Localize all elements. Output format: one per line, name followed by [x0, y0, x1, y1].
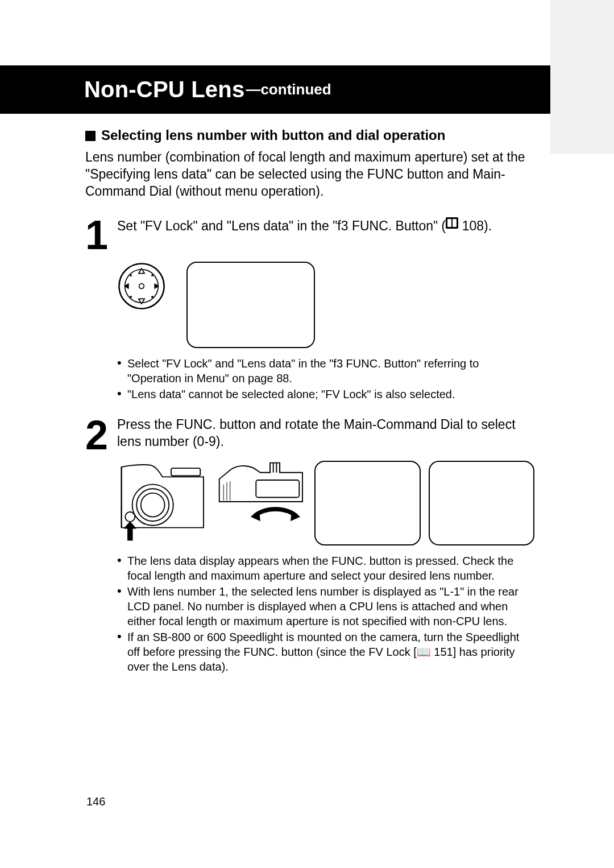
- step-1-figures: [117, 262, 534, 348]
- step-1-text-ref: 108).: [458, 218, 492, 233]
- step-2-note-3: If an SB-800 or 600 Speedlight is mounte…: [117, 630, 534, 674]
- svg-rect-2: [453, 219, 457, 227]
- lcd-screen-placeholder-2: [314, 461, 420, 545]
- svg-point-7: [151, 274, 154, 276]
- heading-bullet-icon: [85, 131, 96, 141]
- svg-point-9: [151, 296, 154, 298]
- page-content: Selecting lens number with button and di…: [85, 127, 534, 675]
- svg-point-13: [125, 512, 135, 522]
- banner-title-main: Non-CPU Lens: [84, 77, 244, 102]
- step-2-text: Press the FUNC. button and rotate the Ma…: [117, 416, 534, 450]
- banner-title-sub: —continued: [246, 81, 331, 98]
- page-reference-icon: [446, 216, 458, 233]
- step-1-text-before: Set "FV Lock" and "Lens data" in the "f3…: [117, 218, 446, 233]
- step-2-number: 2: [85, 420, 117, 450]
- step-1-number: 1: [85, 220, 117, 250]
- step-2: 2 Press the FUNC. button and rotate the …: [85, 416, 534, 674]
- section-heading: Selecting lens number with button and di…: [85, 127, 534, 143]
- svg-point-12: [141, 493, 165, 516]
- lcd-screen-placeholder-1: [186, 262, 315, 348]
- svg-point-8: [130, 296, 132, 298]
- step-2-notes: The lens data display appears when the F…: [117, 553, 534, 674]
- manual-page: Non-CPU Lens —continued Selecting lens n…: [0, 0, 614, 868]
- page-title-banner: Non-CPU Lens —continued: [0, 65, 550, 114]
- step-1: 1 Set "FV Lock" and "Lens data" in the "…: [85, 216, 534, 402]
- svg-rect-22: [256, 480, 299, 497]
- step-2-note-1: The lens data display appears when the F…: [117, 553, 534, 583]
- svg-point-6: [130, 274, 132, 276]
- step-1-text: Set "FV Lock" and "Lens data" in the "f3…: [117, 216, 534, 235]
- section-intro-text: Lens number (combination of focal length…: [85, 149, 534, 200]
- camera-func-button-press-icon: [117, 461, 208, 543]
- step-1-note-2: "Lens data" cannot be selected alone; "F…: [117, 387, 534, 402]
- page-number: 146: [86, 795, 105, 808]
- svg-point-5: [139, 283, 144, 288]
- step-2-figures: [117, 461, 534, 545]
- step-2-note-2: With lens number 1, the selected lens nu…: [117, 584, 534, 629]
- svg-rect-14: [171, 468, 200, 476]
- step-1-notes: Select "FV Lock" and "Lens data" in the …: [117, 356, 534, 402]
- step-1-note-1: Select "FV Lock" and "Lens data" in the …: [117, 356, 534, 386]
- camera-command-dial-rotate-icon: [216, 461, 307, 543]
- lcd-screen-placeholder-3: [429, 461, 534, 545]
- multi-selector-dial-icon: [117, 262, 166, 311]
- scan-edge: [550, 0, 614, 154]
- section-heading-text: Selecting lens number with button and di…: [101, 127, 445, 143]
- svg-rect-1: [447, 219, 451, 227]
